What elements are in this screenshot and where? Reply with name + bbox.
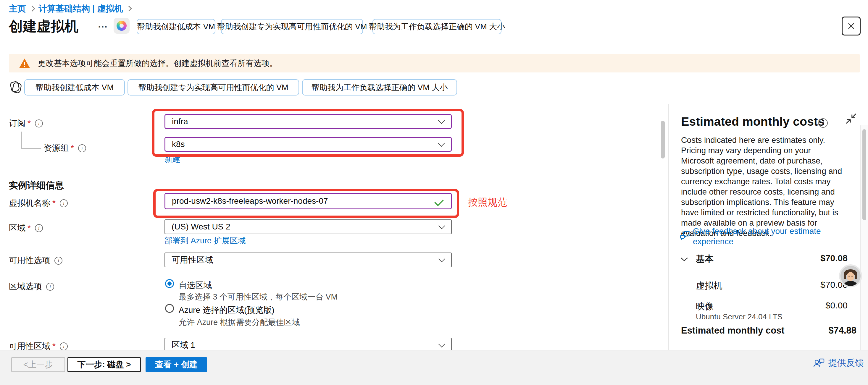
person-feedback-icon — [813, 357, 825, 369]
vm-name-label: 虚拟机名称 * i — [9, 197, 68, 209]
panel-divider — [668, 104, 669, 350]
availability-options-info-icon[interactable]: i — [55, 257, 62, 265]
required-marker: * — [71, 143, 74, 153]
previous-step-button[interactable]: <上一步 — [11, 357, 65, 372]
availability-options-dropdown[interactable]: 可用性区域 — [164, 253, 452, 267]
cost-panel-title: Estimated monthly costs — [681, 115, 825, 129]
breadcrumb-chevron-icon — [126, 6, 132, 11]
copilot-suggestion-high-availability[interactable]: 帮助我创建专为实现高可用性而优化的 VM — [221, 19, 363, 34]
breadcrumb-vm-link[interactable]: 计算基础结构 | 虚拟机 — [38, 3, 123, 15]
page-title: 创建虚拟机 — [9, 17, 79, 36]
next-step-disks-button[interactable]: 下一步: 磁盘 > — [67, 357, 141, 372]
region-label: 区域 * i — [9, 222, 43, 234]
cost-total-label: Estimated monthly cost — [681, 325, 784, 336]
close-icon — [847, 22, 856, 30]
chevron-down-icon — [438, 222, 445, 229]
create-new-resource-group-link[interactable]: 新建 — [164, 154, 181, 164]
copilot-logo-icon — [117, 21, 127, 31]
region-info-icon[interactable]: i — [35, 224, 43, 232]
cost-total-amount: $74.88 — [784, 325, 857, 336]
cost-panel-description: Costs indicated here are estimates only.… — [681, 135, 845, 238]
resource-group-dropdown[interactable]: k8s — [164, 137, 452, 152]
instance-details-section-title: 实例详细信息 — [9, 179, 64, 192]
feedback-bubbles-icon — [679, 230, 691, 242]
create-vm-page: 主页 计算基础结构 | 虚拟机 创建虚拟机 … 帮助我创建低成本 VM 帮助我创… — [0, 0, 868, 385]
cost-total-divider — [669, 319, 860, 319]
self-select-zones-radio[interactable] — [165, 279, 174, 288]
self-select-zones-description: 最多选择 3 个可用性区域，每个区域一台 VM — [179, 292, 338, 302]
field-connector-line — [21, 132, 22, 149]
cost-item-label: 虚拟机 — [696, 280, 722, 292]
chevron-down-icon — [438, 140, 445, 147]
vm-name-info-icon[interactable]: i — [60, 199, 68, 207]
cost-item-sublabel: Ubuntu Server 24.04 LTS — [696, 312, 782, 321]
copilot-suggestion-high-availability[interactable]: 帮助我创建专为实现高可用性而优化的 VM — [127, 79, 299, 96]
close-button[interactable] — [842, 17, 861, 35]
annotation-note: 按照规范 — [468, 196, 507, 209]
breadcrumb-home-link[interactable]: 主页 — [9, 3, 26, 15]
azure-select-zones-label: Azure 选择的区域(预览版) — [179, 304, 275, 316]
resource-group-info-icon[interactable]: i — [78, 144, 86, 152]
zone-options-info-icon[interactable]: i — [46, 283, 54, 291]
copilot-suggestion-low-cost-vm[interactable]: 帮助我创建低成本 VM — [137, 19, 215, 34]
warning-banner-text: 更改基本选项可能会重置所做的选择。创建虚拟机前查看所有选项。 — [38, 58, 278, 69]
cost-item-amount: $70.08 — [769, 280, 847, 290]
zone-options-label: 区域选项 i — [9, 281, 54, 292]
group-chevron-down-icon[interactable] — [680, 256, 689, 263]
wizard-footer: <上一步 下一步: 磁盘 > 查看 + 创建 提供反馈 — [0, 350, 868, 385]
collapse-panel-icon[interactable] — [845, 113, 857, 124]
subscription-dropdown[interactable]: infra — [164, 114, 452, 129]
cost-panel-info-icon[interactable]: i — [818, 118, 828, 128]
required-marker: * — [28, 119, 31, 128]
required-marker: * — [28, 223, 31, 233]
chevron-down-icon — [438, 117, 445, 124]
chevron-down-icon — [438, 255, 445, 262]
deploy-extended-zone-link[interactable]: 部署到 Azure 扩展区域 — [164, 235, 246, 246]
give-feedback-link[interactable]: 提供反馈 — [813, 357, 864, 369]
more-menu-button[interactable]: … — [98, 18, 108, 30]
estimate-feedback-link[interactable]: Give feedback about your estimate experi… — [693, 226, 841, 247]
give-feedback-label: 提供反馈 — [828, 357, 864, 369]
breadcrumb: 主页 计算基础结构 | 虚拟机 — [9, 3, 135, 15]
cost-item-label: 映像 — [696, 300, 714, 313]
copilot-suggestion-low-cost-vm[interactable]: 帮助我创建低成本 VM — [24, 79, 125, 96]
azure-select-zones-radio[interactable] — [165, 304, 174, 313]
breadcrumb-chevron-icon — [29, 6, 35, 11]
cost-item-amount: $0.00 — [769, 300, 847, 311]
self-select-zones-label: 自选区域 — [179, 280, 212, 291]
required-marker: * — [52, 198, 56, 208]
valid-check-icon — [434, 197, 444, 206]
field-connector-line — [21, 148, 41, 149]
azure-select-zones-description: 允许 Azure 根据需要分配最佳区域 — [179, 317, 300, 328]
page-scrollbar-thumb[interactable] — [862, 129, 866, 220]
vm-name-input[interactable]: prod-usw2-k8s-freeleaps-worker-nodes-07 — [164, 193, 452, 210]
subscription-info-icon[interactable]: i — [35, 120, 43, 127]
copilot-suggestion-right-size[interactable]: 帮助我为工作负载选择正确的 VM 大小 — [302, 79, 457, 96]
chevron-down-icon — [438, 341, 445, 348]
cost-group-amount: $70.08 — [769, 253, 847, 263]
assistant-avatar[interactable] — [839, 264, 862, 287]
copilot-suggestion-right-size[interactable]: 帮助我为工作负载选择正确的 VM 大小 — [372, 19, 501, 34]
region-dropdown[interactable]: (US) West US 2 — [164, 219, 452, 234]
subscription-label: 订阅 * i — [9, 118, 43, 129]
form-scrollbar-thumb[interactable] — [661, 121, 665, 159]
warning-icon — [19, 58, 30, 69]
copilot-button[interactable] — [114, 18, 130, 34]
cost-group-label[interactable]: 基本 — [696, 253, 714, 265]
availability-options-label: 可用性选项 i — [9, 255, 62, 266]
review-create-button[interactable]: 查看 + 创建 — [146, 357, 207, 372]
copilot-outline-icon — [9, 81, 23, 94]
warning-banner: 更改基本选项可能会重置所做的选择。创建虚拟机前查看所有选项。 — [9, 54, 860, 72]
avatar-face-icon — [840, 266, 861, 286]
resource-group-label: 资源组 * i — [44, 142, 86, 154]
availability-zone-info-icon[interactable]: i — [60, 343, 68, 350]
